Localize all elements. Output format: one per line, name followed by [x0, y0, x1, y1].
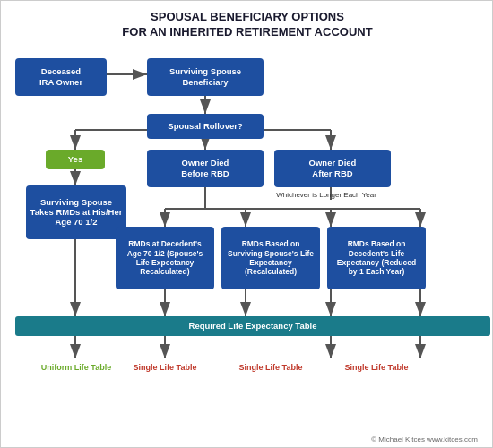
flowchart: Deceased IRA Owner Surviving Spouse Bene… — [8, 49, 487, 433]
rmds-decedent-box: RMDs at Decedent's Age 70 1/2 (Spouse's … — [116, 227, 214, 289]
surviving-spouse-box: Surviving Spouse Beneficiary — [147, 58, 264, 96]
main-container: SPOUSAL BENEFICIARY OPTIONS FOR AN INHER… — [1, 1, 493, 448]
single-life-1-label: Single Life Table — [116, 363, 214, 372]
uniform-life-label: Uniform Life Table — [26, 363, 126, 372]
single-life-3-label: Single Life Table — [327, 363, 426, 372]
deceased-ira-owner-box: Deceased IRA Owner — [15, 58, 107, 96]
whichever-longer-label: Whichever is Longer Each Year — [255, 191, 398, 199]
rmds-surviving-box: RMDs Based on Surviving Spouse's Life Ex… — [221, 227, 320, 289]
required-life-bar: Required Life Expectancy Table — [15, 316, 490, 336]
surviving-spouse-rmds-box: Surviving Spouse Takes RMDs at His/Her A… — [26, 185, 126, 239]
spousal-rollover-box: Spousal Rollover? — [147, 114, 264, 139]
single-life-2-label: Single Life Table — [221, 363, 320, 372]
owner-died-before-box: Owner Died Before RBD — [147, 150, 264, 187]
page-title: SPOUSAL BENEFICIARY OPTIONS FOR AN INHER… — [122, 10, 372, 40]
rmds-decedent-reduced-box: RMDs Based on Decedent's Life Expectancy… — [327, 227, 426, 289]
owner-died-after-box: Owner Died After RBD — [274, 150, 391, 187]
yes-box: Yes — [46, 150, 105, 169]
copyright: © Michael Kitces www.kitces.com — [8, 435, 487, 444]
